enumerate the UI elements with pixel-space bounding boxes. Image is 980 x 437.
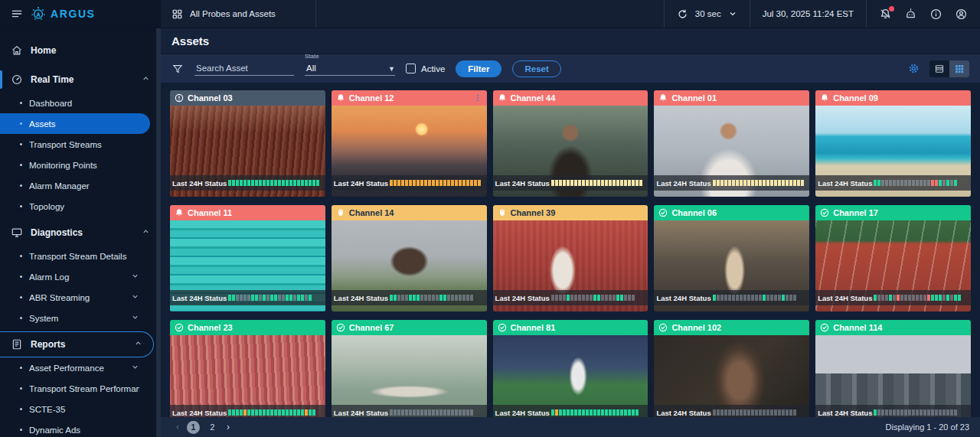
channel-thumbnail[interactable]: Last 24H Status	[170, 335, 325, 417]
channel-card-channel-01[interactable]: Channel 01Last 24H Status	[654, 90, 809, 197]
filter-button[interactable]: Filter	[456, 60, 501, 77]
channel-header[interactable]: Channel 102	[654, 320, 809, 335]
page-number-2[interactable]: 2	[206, 421, 219, 434]
account-icon[interactable]	[955, 8, 968, 21]
status-segment	[601, 295, 604, 301]
active-checkbox-group[interactable]: Active	[406, 64, 445, 73]
status-segment	[559, 409, 562, 416]
sidebar-item-diagnostics[interactable]: Diagnostics	[0, 220, 161, 246]
status-segment	[236, 180, 239, 186]
assistant-bot-icon[interactable]	[904, 8, 917, 21]
channel-header[interactable]: Channel 39	[493, 205, 648, 220]
channel-thumbnail[interactable]: Last 24H Status	[332, 106, 487, 197]
channel-card-channel-67[interactable]: Channel 67Last 24H Status	[332, 320, 487, 417]
channel-card-channel-81[interactable]: Channel 81Last 24H Status	[493, 320, 648, 417]
status-bar: Last 24H Status	[332, 405, 487, 417]
status-segment	[793, 409, 796, 416]
sidebar-item-alarm-log[interactable]: Alarm Log	[0, 266, 150, 287]
sidebar-item-monitoring-points[interactable]: Monitoring Points	[0, 155, 150, 175]
info-icon[interactable]	[929, 8, 942, 21]
channel-thumbnail[interactable]: Last 24H Status	[332, 335, 487, 417]
sidebar-item-asset-performance[interactable]: Asset Performance	[0, 357, 150, 378]
status-segment	[747, 180, 750, 186]
channel-card-channel-114[interactable]: Channel 114Last 24H Status	[815, 320, 971, 417]
sidebar-item-transport-stream-performance[interactable]: Transport Stream Performance	[0, 378, 150, 399]
ok-status-icon	[658, 323, 668, 332]
sidebar-item-transport-streams[interactable]: Transport Streams	[0, 134, 150, 155]
channel-header[interactable]: Channel 17	[815, 205, 971, 220]
channel-header[interactable]: Channel 09	[815, 90, 971, 106]
sidebar-item-dashboard[interactable]: Dashboard	[0, 93, 150, 113]
channel-thumbnail[interactable]: Last 24H Status	[654, 106, 809, 197]
active-checkbox[interactable]	[406, 64, 416, 73]
grid-view-button[interactable]	[949, 60, 969, 77]
notifications-muted-icon[interactable]	[879, 8, 892, 21]
settings-gear-icon[interactable]	[907, 62, 920, 75]
channel-card-channel-12[interactable]: Channel 12Last 24H Status	[332, 90, 487, 197]
channel-thumbnail[interactable]: Last 24H Status	[332, 220, 487, 311]
channel-thumbnail[interactable]: Last 24H Status	[493, 106, 648, 197]
channel-thumbnail[interactable]: Last 24H Status	[654, 335, 809, 417]
reset-button[interactable]: Reset	[512, 60, 560, 77]
channel-card-channel-44[interactable]: Channel 44Last 24H Status	[493, 90, 648, 197]
status-segment	[228, 295, 231, 301]
page-number-1[interactable]: 1	[187, 421, 200, 434]
channel-header[interactable]: Channel 14	[332, 205, 487, 220]
channel-card-channel-09[interactable]: Channel 09Last 24H Status	[815, 90, 971, 197]
channel-header[interactable]: Channel 12	[332, 90, 487, 106]
previous-page-icon[interactable]: ‹	[172, 422, 184, 432]
channel-header[interactable]: Channel 23	[170, 320, 325, 335]
channel-thumbnail[interactable]: Last 24H Status	[493, 220, 648, 311]
refresh-interval-dropdown[interactable]: 30 sec	[664, 0, 750, 28]
channel-header[interactable]: Channel 114	[815, 320, 971, 335]
sidebar-item-assets[interactable]: Assets	[0, 113, 150, 134]
status-segment	[874, 295, 877, 301]
state-select[interactable]: State All ▼	[305, 61, 395, 76]
status-segment	[447, 409, 450, 416]
channel-header[interactable]: Channel 44	[493, 90, 648, 106]
channel-header[interactable]: Channel 01	[654, 90, 809, 106]
channel-card-channel-17[interactable]: Channel 17Last 24H Status	[815, 205, 971, 311]
channel-card-channel-102[interactable]: Channel 102Last 24H Status	[654, 320, 809, 417]
channel-thumbnail[interactable]: Last 24H Status	[654, 220, 809, 311]
state-select-value[interactable]: All	[305, 61, 395, 76]
channel-thumbnail[interactable]: Last 24H Status	[815, 220, 971, 311]
menu-icon[interactable]	[11, 8, 23, 20]
next-page-icon[interactable]: ›	[222, 422, 234, 432]
card-menu-icon[interactable]	[473, 93, 482, 103]
channel-card-channel-14[interactable]: Channel 14Last 24H Status	[332, 205, 487, 311]
channel-thumbnail[interactable]: Last 24H Status	[815, 335, 971, 417]
sidebar-item-scte-35[interactable]: SCTE-35	[0, 399, 150, 419]
channel-card-channel-06[interactable]: Channel 06Last 24H Status	[654, 205, 809, 311]
channel-thumbnail[interactable]: Last 24H Status	[815, 106, 971, 197]
sidebar-item-home[interactable]: Home	[0, 38, 161, 64]
sidebar-item-system[interactable]: System	[0, 308, 150, 328]
sidebar-item-real-time[interactable]: Real Time	[0, 67, 161, 93]
sidebar-item-reports[interactable]: Reports	[0, 331, 154, 357]
channel-thumbnail[interactable]: Last 24H Status	[170, 106, 325, 197]
channel-card-channel-23[interactable]: Channel 23Last 24H Status	[170, 320, 325, 417]
status-bar: Last 24H Status	[815, 175, 971, 191]
search-input[interactable]	[194, 61, 294, 76]
context-selector[interactable]: All Probes and Assets	[161, 0, 316, 28]
sidebar-item-transport-stream-details[interactable]: Transport Stream Details	[0, 246, 150, 266]
channel-card-channel-11[interactable]: Channel 11Last 24H Status	[170, 205, 325, 311]
sidebar-item-label: Transport Stream Performance	[29, 384, 139, 393]
status-segment	[908, 409, 911, 416]
brand-logo[interactable]: ARGUS	[31, 6, 96, 21]
list-view-button[interactable]	[929, 60, 949, 77]
channel-card-channel-03[interactable]: Channel 03Last 24H Status	[170, 90, 325, 197]
sidebar-item-alarm-manager[interactable]: Alarm Manager	[0, 175, 150, 196]
sidebar-item-topology[interactable]: Topology	[0, 196, 150, 217]
channel-thumbnail[interactable]: Last 24H Status	[170, 220, 325, 311]
channel-header[interactable]: Channel 81	[493, 320, 648, 335]
sidebar-item-abr-streaming[interactable]: ABR Streaming	[0, 287, 150, 308]
channel-thumbnail[interactable]: Last 24H Status	[493, 335, 648, 417]
channel-header[interactable]: Channel 11	[170, 205, 325, 220]
sidebar-item-dynamic-ads[interactable]: Dynamic Ads	[0, 419, 150, 437]
channel-header[interactable]: Channel 67	[332, 320, 487, 335]
channel-header[interactable]: Channel 06	[654, 205, 809, 220]
channel-card-channel-39[interactable]: Channel 39Last 24H Status	[493, 205, 648, 311]
status-segment	[616, 180, 619, 186]
channel-header[interactable]: Channel 03	[170, 90, 325, 106]
